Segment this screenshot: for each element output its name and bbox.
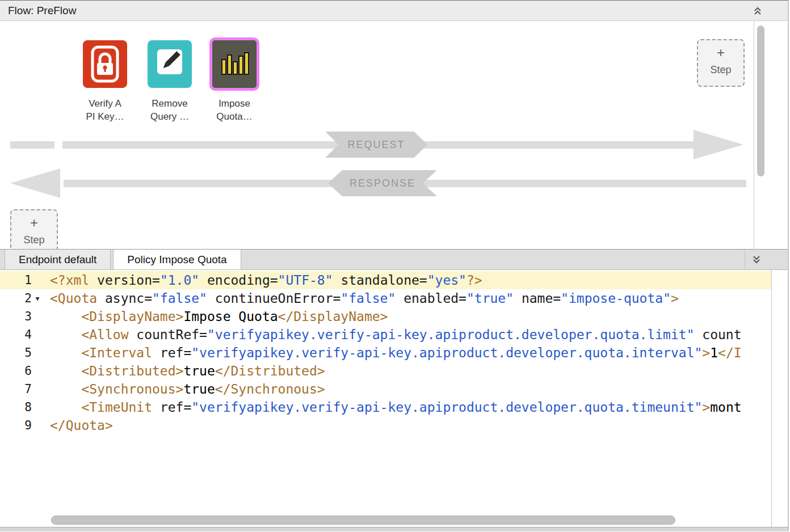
flow-collapse-button[interactable] [751, 5, 764, 17]
code-line-5[interactable]: 5 <Interval ref="verifyapikey.verify-api… [0, 344, 771, 362]
tab-label: Policy Impose Quota [127, 254, 226, 266]
code-token: </DisplayName> [278, 309, 388, 324]
code-token: "UTF-8" [278, 273, 333, 288]
code-token: <Allow [81, 327, 136, 342]
code-token: ref= [160, 400, 191, 415]
code-token: Impose Quota [183, 309, 278, 324]
code-line-2[interactable]: 2▾<Quota async="false" continueOnError="… [0, 289, 771, 307]
code-token: > [671, 291, 679, 306]
code-token: ?> [467, 273, 482, 288]
code-lines: 1<?xml version="1.0" encoding="UTF-8" st… [0, 271, 771, 434]
code-line-4[interactable]: 4 <Allow countRef="verifyapikey.verify-a… [0, 326, 771, 344]
code-token: standalone= [333, 273, 427, 288]
tab-policy-impose-quota[interactable]: Policy Impose Quota [113, 250, 241, 269]
code-token: <Synchronous> [81, 382, 183, 396]
response-banner: RESPONSE [328, 170, 437, 196]
add-step-button-response[interactable]: + Step [10, 209, 58, 249]
code-token: enabled= [396, 291, 467, 306]
code-token: "true" [467, 291, 514, 306]
line-gutter: 2▾ [0, 289, 43, 307]
response-label: RESPONSE [350, 178, 415, 189]
code-line-6[interactable]: 6 <Distributed>true</Distributed> [0, 362, 771, 380]
policy-label-line2: Query … [150, 110, 189, 123]
editor-right-border [771, 270, 772, 527]
step-button-label: Step [23, 234, 44, 246]
line-number: 5 [0, 344, 32, 362]
tab-endpoint-default[interactable]: Endpoint default [5, 250, 111, 269]
policy-label-line2: Quota… [216, 110, 252, 123]
code-editor[interactable]: 1<?xml version="1.0" encoding="UTF-8" st… [0, 270, 788, 527]
code-text: <Allow countRef="verifyapikey.verify-api… [43, 326, 742, 344]
response-arrow-icon [10, 168, 60, 198]
code-line-1[interactable]: 1<?xml version="1.0" encoding="UTF-8" st… [0, 271, 771, 289]
lock-icon [83, 40, 127, 88]
editor-panel: Endpoint default Policy Impose Quota 1<?… [0, 249, 788, 527]
code-token: name= [514, 291, 561, 306]
code-token: "1.0" [160, 273, 199, 288]
code-text: </Quota> [43, 416, 113, 434]
code-token [50, 345, 81, 360]
line-gutter: 1 [0, 271, 43, 289]
code-token [50, 382, 81, 396]
quota-bars-icon [212, 40, 257, 88]
proxy-editor-window: Flow: PreFlow Verify A PI Key… Remove Qu… [0, 0, 789, 531]
code-token [50, 309, 81, 324]
code-text: <Synchronous>true</Synchronous> [43, 380, 325, 398]
line-gutter: 7 [0, 380, 43, 398]
code-token: "verifyapikey.verify-api-key.apiproduct.… [207, 327, 695, 342]
code-text: <DisplayName>Impose Quota</DisplayName> [43, 307, 388, 326]
code-token: > [702, 400, 710, 415]
add-step-button-request[interactable]: + Step [697, 39, 745, 87]
editor-horizontal-scrollbar-thumb[interactable] [51, 516, 675, 525]
fold-gutter-spacer [32, 326, 43, 344]
line-number: 9 [0, 416, 32, 434]
fold-gutter-spacer [32, 307, 43, 326]
code-token: "verifyapikey.verify-api-key.apiproduct.… [191, 400, 702, 415]
flow-title: Flow: PreFlow [8, 5, 76, 17]
code-line-3[interactable]: 3 <DisplayName>Impose Quota</DisplayName… [0, 307, 771, 326]
pencil-icon [148, 40, 192, 88]
flow-canvas: Verify A PI Key… Remove Query … Impose Q… [0, 21, 788, 249]
editor-collapse-button[interactable] [745, 250, 767, 270]
line-number: 1 [0, 271, 32, 289]
code-token: </I [718, 345, 742, 360]
code-token: <Distributed> [81, 364, 183, 378]
code-token: count [694, 327, 741, 342]
code-line-7[interactable]: 7 <Synchronous>true</Synchronous> [0, 380, 771, 398]
window-bottom-edge [0, 527, 788, 531]
code-text: <Quota async="false" continueOnError="fa… [43, 289, 679, 307]
code-token: <Quota [50, 291, 105, 306]
line-number: 8 [0, 398, 32, 416]
code-token [50, 400, 81, 415]
code-line-9[interactable]: 9</Quota> [0, 416, 771, 434]
code-text: <?xml version="1.0" encoding="UTF-8" sta… [43, 271, 482, 289]
code-token: version= [97, 273, 160, 288]
code-text: <TimeUnit ref="verifyapikey.verify-api-k… [43, 398, 742, 416]
line-gutter: 6 [0, 362, 43, 380]
code-token: <Interval [81, 345, 159, 360]
code-token: "false" [341, 291, 396, 306]
line-gutter: 9 [0, 416, 43, 434]
line-number: 3 [0, 307, 32, 326]
code-token: ref= [160, 345, 191, 360]
code-line-8[interactable]: 8 <TimeUnit ref="verifyapikey.verify-api… [0, 398, 771, 416]
code-token: "impose-quota" [561, 291, 671, 306]
flow-header: Flow: PreFlow [0, 1, 788, 21]
code-token: async= [105, 291, 152, 306]
flow-panel: Flow: PreFlow Verify A PI Key… Remove Qu… [0, 1, 788, 249]
fold-gutter-spacer [32, 416, 43, 434]
policy-verify-api-key[interactable]: Verify A PI Key… [79, 40, 131, 123]
code-token: > [702, 345, 710, 360]
flow-scrollbar-thumb[interactable] [757, 26, 764, 176]
policy-label-line2: PI Key… [86, 110, 124, 123]
fold-gutter-spacer [32, 362, 43, 380]
fold-gutter-spacer [32, 271, 43, 289]
fold-toggle-icon[interactable]: ▾ [32, 289, 43, 307]
plus-icon: + [30, 216, 38, 230]
tab-strip: Endpoint default Policy Impose Quota [0, 249, 788, 270]
policy-remove-query[interactable]: Remove Query … [144, 40, 195, 123]
plus-icon: + [717, 46, 725, 60]
policy-list: Verify A PI Key… Remove Query … Impose Q… [79, 40, 260, 123]
policy-impose-quota[interactable]: Impose Quota… [209, 40, 260, 123]
fold-gutter-spacer [32, 398, 43, 416]
